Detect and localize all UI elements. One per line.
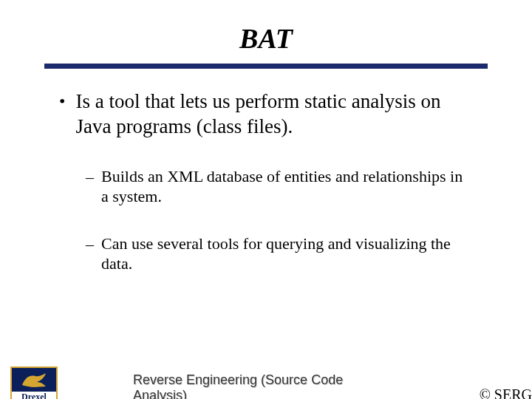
slide-footer: Drexel UNIVERSITY Reverse Engineering (S… xyxy=(0,364,532,399)
bullet-dot-icon: • xyxy=(59,92,65,110)
bullet-sub-text: Can use several tools for querying and v… xyxy=(101,233,473,274)
footer-copyright: © SERG xyxy=(480,386,532,399)
slide-title: BAT xyxy=(0,22,532,55)
bullet-dash-icon: – xyxy=(86,234,94,255)
footer-center-text: Reverse Engineering (Source Code Analysi… xyxy=(133,372,399,399)
slide: BAT • Is a tool that lets us perform sta… xyxy=(0,22,532,399)
logo-name: Drexel xyxy=(12,392,56,399)
slide-content: • Is a tool that lets us perform static … xyxy=(0,69,532,274)
bullet-sub-text: Builds an XML database of entities and r… xyxy=(101,166,473,207)
bullet-main-text: Is a tool that lets us perform static an… xyxy=(75,89,473,140)
sub-bullet-list: – Builds an XML database of entities and… xyxy=(59,166,473,274)
bullet-dash-icon: – xyxy=(86,167,94,188)
drexel-logo: Drexel UNIVERSITY xyxy=(10,366,58,399)
bullet-sub: – Builds an XML database of entities and… xyxy=(86,166,473,207)
title-underline xyxy=(44,64,488,69)
bullet-sub: – Can use several tools for querying and… xyxy=(86,233,473,274)
dragon-icon xyxy=(19,368,49,392)
dragon-svg-icon xyxy=(19,370,49,389)
bullet-main: • Is a tool that lets us perform static … xyxy=(59,89,473,140)
